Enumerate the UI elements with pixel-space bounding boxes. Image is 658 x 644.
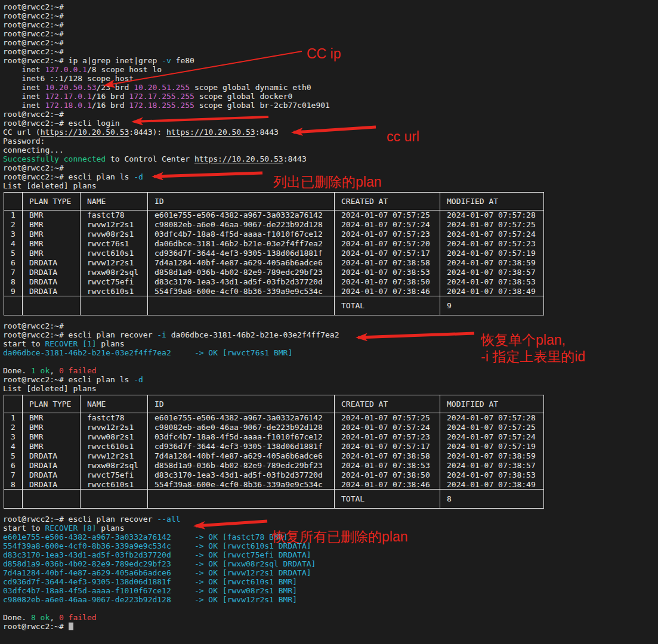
terminal-text-segment: inet6 ::1/128 scope host xyxy=(3,74,134,83)
terminal-line: root@rwcc2:~# xyxy=(3,163,658,172)
terminal-text-segment: root@rwcc2:~# xyxy=(3,20,64,29)
table-cell: 554f39a8-600e-4cf0-8b36-339a9e9c534c xyxy=(148,287,335,296)
table-cell: 3 xyxy=(4,432,23,442)
table-cell: 1 xyxy=(4,413,23,423)
terminal-text-segment: da06dbce-3181-46b2-b21e-03e2f4ff7ea2 -> … xyxy=(3,348,292,357)
terminal-text-segment: 127.0.0.1 xyxy=(45,65,87,74)
table-row: 7DRDATArwxw08r2sqld858d1a9-036b-4b02-82e… xyxy=(4,268,544,277)
terminal-text-segment: 172.17.0.1 xyxy=(45,92,91,101)
table-cell: da06dbce-3181-46b2-b21e-03e2f4ff7ea2 xyxy=(148,239,335,249)
table-cell: d858d1a9-036b-4b02-82e9-789edc29bf23 xyxy=(148,268,335,277)
terminal-screen[interactable]: root@rwcc2:~#root@rwcc2:~#root@rwcc2:~#r… xyxy=(0,0,658,644)
table-cell: 2024-01-07 07:38:53 xyxy=(440,277,544,287)
table-cell: c98082eb-a6e0-46aa-9067-de223b92d128 xyxy=(148,423,335,432)
table-cell: rwvw08r2s1 xyxy=(81,230,148,239)
table-cell xyxy=(148,296,335,315)
table-cell: 554f39a8-600e-4cf0-8b36-339a9e9c534c xyxy=(148,480,335,490)
table-cell: DRDATA xyxy=(23,470,81,480)
table-row: 1BMRfastct78e601e755-e506-4382-a967-3a03… xyxy=(4,413,544,423)
terminal-text-segment: -d xyxy=(134,375,143,384)
table-row: 1BMRfastct78e601e755-e506-4382-a967-3a03… xyxy=(4,210,544,220)
terminal-text-segment: plans xyxy=(97,339,125,348)
terminal-text-segment: 0 failed xyxy=(59,366,97,375)
terminal-text-segment: :8443 xyxy=(283,154,307,163)
terminal-text-segment: to Control Center xyxy=(106,154,194,163)
table-cell: 8 xyxy=(4,277,23,287)
terminal-line: CC url (https://10.20.50.53:8443): https… xyxy=(3,128,658,137)
table-cell: 2024-01-07 07:38:59 xyxy=(440,451,544,461)
table-cell: 6 xyxy=(4,258,23,268)
terminal-text-segment: d858d1a9-036b-4b02-82e9-789edc29bf23 -> … xyxy=(3,559,316,568)
table-cell: 2024-01-07 07:57:19 xyxy=(440,442,544,451)
table-cell: 2024-01-07 07:57:24 xyxy=(335,220,440,230)
table-cell: BMR xyxy=(23,220,81,230)
table-cell: 2024-01-07 07:57:25 xyxy=(335,210,440,220)
table-cell: 2024-01-07 07:38:53 xyxy=(335,461,440,470)
terminal-text-segment: RECOVER [1] xyxy=(45,339,96,348)
terminal-text-segment: root@rwcc2:~# escli login xyxy=(3,119,120,128)
terminal-text-segment: , xyxy=(50,613,59,622)
table-total-label: TOTAL xyxy=(335,296,440,315)
terminal-text-segment: -v xyxy=(162,56,171,65)
table-cell xyxy=(23,296,81,315)
table-cell: rwvct610s1 xyxy=(81,442,148,451)
table-header-cell: PLAN TYPE xyxy=(23,395,81,413)
table-cell: 2024-01-07 07:38:57 xyxy=(440,268,544,277)
table-cell: BMR xyxy=(23,249,81,258)
table-cell: cd936d7f-3644-4ef3-9305-138d06d1881f xyxy=(148,249,335,258)
table-row: 2BMRrwvw12r2s1c98082eb-a6e0-46aa-9067-de… xyxy=(4,220,544,230)
terminal-text-segment: List [deleted] plans xyxy=(3,384,97,393)
table-cell: rwvw08r2s1 xyxy=(81,432,148,442)
terminal-line: root@rwcc2:~# escli plan ls -d xyxy=(3,375,658,384)
table-header-row: PLAN TYPENAMEIDCREATED ATMODIFIED AT xyxy=(4,395,544,413)
terminal-text-segment: inet xyxy=(3,92,45,101)
table-cell: rwvct75efi xyxy=(81,470,148,480)
table-cell: d83c3170-1ea3-43d1-ad5f-03fb2d37720d xyxy=(148,277,335,287)
table-cell: BMR xyxy=(23,239,81,249)
table-row: 5DRDATArwvw12r2s17d4a1284-40bf-4e87-a629… xyxy=(4,451,544,461)
terminal-line: connecting... xyxy=(3,145,658,154)
terminal-text-segment: inet xyxy=(3,83,45,92)
table-cell: DRDATA xyxy=(23,451,81,461)
terminal-text-segment: root@rwcc2:~# ip a|grep inet|grep xyxy=(3,56,162,65)
table-cell: fastct78 xyxy=(81,210,148,220)
terminal-text-segment: start to xyxy=(3,524,45,532)
table-cell: d858d1a9-036b-4b02-82e9-789edc29bf23 xyxy=(148,461,335,470)
terminal-line: inet 127.0.0.1/8 scope host lo xyxy=(3,65,658,74)
table-cell: 03dfc4b7-18a8-4f5d-aaaa-f1010f67ce12 xyxy=(148,432,335,442)
terminal-text-segment: 172.18.255.255 xyxy=(129,101,194,110)
table-cell: 2024-01-07 07:38:50 xyxy=(335,470,440,480)
table-cell: d83c3170-1ea3-43d1-ad5f-03fb2d37720d xyxy=(148,470,335,480)
terminal-line: c98082eb-a6e0-46aa-9067-de223b92d128 -> … xyxy=(3,595,658,604)
table-cell xyxy=(81,490,148,509)
terminal-text-segment: https://10.20.50.53 xyxy=(194,154,283,163)
table-cell: 9 xyxy=(4,287,23,296)
terminal-text-segment: :8443 xyxy=(255,128,279,137)
terminal-line: inet 172.17.0.1/16 brd 172.17.255.255 sc… xyxy=(3,92,658,101)
table-cell: 2024-01-07 07:38:46 xyxy=(335,287,440,296)
terminal-line: Done. 8 ok, 0 failed xyxy=(3,613,658,622)
table-cell: rwvct610s1 xyxy=(81,249,148,258)
terminal-text-segment: root@rwcc2:~# escli plan ls xyxy=(3,172,134,181)
table-cell: 8 xyxy=(4,480,23,490)
annotation-text: 恢复所有已删除的plan xyxy=(272,528,407,545)
terminal-line: root@rwcc2:~# xyxy=(3,110,658,119)
terminal-text-segment: d83c3170-1ea3-43d1-ad5f-03fb2d37720d -> … xyxy=(3,550,311,559)
table-cell: rwxw08r2sql xyxy=(81,268,148,277)
table-cell: 4 xyxy=(4,442,23,451)
table-cell: 2024-01-07 07:57:25 xyxy=(440,220,544,230)
table-cell: 1 xyxy=(4,210,23,220)
terminal-line: Done. 1 ok, 0 failed xyxy=(3,366,658,375)
table-total-value: 8 xyxy=(440,490,544,509)
table-cell: DRDATA xyxy=(23,287,81,296)
table-cell: 2024-01-07 07:38:53 xyxy=(440,470,544,480)
terminal-text-segment: scope global dynamic eth0 xyxy=(190,83,311,92)
table-cell: 2024-01-07 07:57:28 xyxy=(440,210,544,220)
terminal-text-segment: /16 brd xyxy=(92,101,129,110)
terminal-line: root@rwcc2:~# xyxy=(3,2,658,11)
table-cell: BMR xyxy=(23,230,81,239)
table-cell: 2024-01-07 07:38:49 xyxy=(440,480,544,490)
table-cell: 5 xyxy=(4,451,23,461)
terminal-text-segment: root@rwcc2:~# xyxy=(3,2,64,11)
table-cell: rwvw12r2s1 xyxy=(81,423,148,432)
